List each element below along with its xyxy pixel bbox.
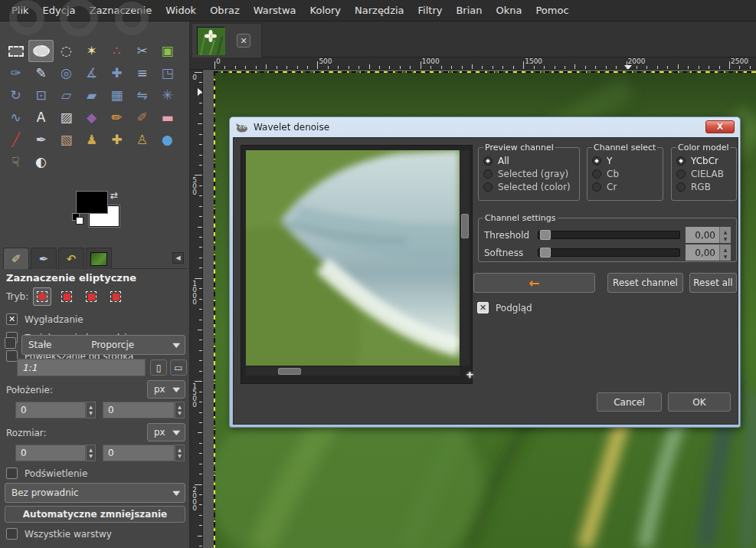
menu-warstwa[interactable]: Warstwa: [247, 0, 303, 21]
shear-tool[interactable]: ▱: [54, 84, 79, 107]
cage-transform-tool[interactable]: ✳: [155, 84, 180, 107]
mode-add-button[interactable]: [57, 287, 76, 306]
auto-shrink-button[interactable]: Automatyczne zmniejszanie: [5, 506, 185, 523]
preview-vertical-scrollbar[interactable]: [460, 150, 470, 366]
smudge-tool[interactable]: ☟: [3, 151, 28, 173]
cancel-button[interactable]: Cancel: [597, 392, 662, 412]
menu-okna[interactable]: Okna: [489, 0, 529, 21]
clone-tool[interactable]: ♟: [79, 129, 104, 151]
aspect-ratio-input[interactable]: 1:1: [17, 359, 146, 376]
blur-tool[interactable]: ●: [155, 129, 180, 151]
swap-colors-icon[interactable]: ⇄: [110, 190, 118, 201]
bucket-fill-tool[interactable]: ▨: [54, 107, 79, 129]
radio-option-y[interactable]: Y: [592, 154, 658, 167]
align-tool[interactable]: ≡: [129, 62, 155, 84]
threshold-spinner[interactable]: ▲▼: [719, 227, 731, 243]
move-tool[interactable]: ✚: [104, 62, 129, 84]
preview-image[interactable]: [246, 150, 460, 366]
radio-option-rgb[interactable]: RGB: [676, 180, 731, 193]
preview-checkbox[interactable]: ✕: [477, 302, 489, 313]
tab-undo-history[interactable]: ↶: [58, 248, 84, 269]
size-width-field[interactable]: 0: [15, 445, 86, 461]
mode-replace-button[interactable]: [33, 287, 51, 306]
menu-kolory[interactable]: Kolory: [303, 0, 348, 21]
free-select-tool[interactable]: ◌: [54, 40, 79, 62]
tab-device-status[interactable]: ✒: [31, 248, 57, 269]
mode-intersect-button[interactable]: [106, 287, 125, 306]
perspective-clone-tool[interactable]: ♙: [129, 129, 155, 151]
preview-horizontal-scroll-thumb[interactable]: [278, 368, 301, 375]
image-tab-close-icon[interactable]: ✕: [237, 34, 250, 48]
image-tab[interactable]: ✕: [191, 23, 262, 57]
checkbox-2[interactable]: [6, 350, 18, 362]
color-picker-tool[interactable]: ✎: [28, 62, 54, 84]
position-y-spinner[interactable]: ▲▼: [175, 402, 185, 418]
fixed-dropdown[interactable]: Stałe Proporcje ▼: [21, 335, 185, 355]
size-width-spinner[interactable]: ▲▼: [86, 445, 96, 461]
position-x-spinner[interactable]: ▲▼: [86, 402, 96, 418]
fuzzy-select-tool[interactable]: ✶: [79, 40, 104, 62]
size-height-field[interactable]: 0: [103, 445, 175, 461]
dock-collapse-button[interactable]: ◀: [172, 252, 184, 264]
position-y-field[interactable]: 0: [103, 402, 175, 418]
radio-option-selected-color-[interactable]: Selected (color): [483, 180, 574, 193]
measure-tool[interactable]: ∡: [79, 62, 104, 84]
scale-tool[interactable]: ⊡: [28, 84, 54, 107]
crop-tool[interactable]: ◳: [155, 62, 180, 84]
menu-brian[interactable]: Brian: [449, 0, 489, 21]
landscape-icon-button[interactable]: ▭: [170, 359, 187, 376]
tab-images[interactable]: [86, 248, 112, 269]
preview-horizontal-scrollbar[interactable]: [246, 367, 460, 376]
ok-button[interactable]: OK: [668, 392, 731, 412]
rotate-tool[interactable]: ↻: [3, 84, 28, 107]
threshold-value[interactable]: 0,00: [686, 227, 719, 243]
flip-tool[interactable]: ⇋: [129, 84, 155, 107]
dialog-close-button[interactable]: X: [705, 120, 735, 133]
gradient-tool[interactable]: ◆: [79, 107, 104, 129]
radio-option-all[interactable]: All: [483, 154, 574, 167]
horizontal-ruler[interactable]: 05001000150020002500: [190, 57, 756, 70]
reset-channel-button[interactable]: Reset channel: [607, 273, 683, 293]
select-by-color-tool[interactable]: ∴: [104, 40, 129, 62]
paths-tool[interactable]: ✑: [3, 62, 28, 84]
highlight-checkbox[interactable]: [6, 468, 18, 479]
ink-tool[interactable]: ✒: [28, 129, 54, 151]
3d-transform-tool[interactable]: ▦: [104, 84, 129, 107]
preview-navigation-icon[interactable]: +: [466, 369, 474, 380]
default-colors-icon[interactable]: [72, 213, 84, 225]
mypaint-brush-tool[interactable]: ▧: [54, 129, 79, 151]
size-height-spinner[interactable]: ▲▼: [175, 445, 185, 461]
mode-subtract-button[interactable]: [82, 287, 100, 306]
reset-all-button[interactable]: Reset all: [689, 273, 737, 293]
perspective-tool[interactable]: ▰: [79, 84, 104, 107]
softness-value[interactable]: 0,00: [686, 244, 719, 261]
radio-option-cb[interactable]: Cb: [592, 167, 658, 180]
threshold-slider[interactable]: [538, 231, 680, 239]
softness-spinner[interactable]: ▲▼: [719, 244, 731, 261]
vertical-ruler[interactable]: 0500100015002000: [190, 70, 203, 548]
zoom-tool[interactable]: ◎: [54, 62, 79, 84]
preview-vertical-scroll-thumb[interactable]: [461, 214, 469, 238]
menu-filtry[interactable]: Filtry: [411, 0, 450, 21]
menu-widok[interactable]: Widok: [159, 0, 203, 21]
position-unit-dropdown[interactable]: px▼: [147, 380, 185, 399]
eraser-tool[interactable]: ▬: [155, 107, 180, 129]
heal-tool[interactable]: ✚: [104, 129, 129, 151]
pencil-tool[interactable]: ✏: [104, 107, 129, 129]
rect-select-tool[interactable]: [3, 40, 28, 62]
paintbrush-tool[interactable]: ✐: [129, 107, 155, 129]
radio-option-cielab[interactable]: CIELAB: [676, 167, 731, 180]
menu-obraz[interactable]: Obraz: [203, 0, 247, 21]
softness-slider[interactable]: [538, 248, 680, 257]
foreground-color-swatch[interactable]: [77, 192, 107, 213]
dodge-burn-tool[interactable]: ◐: [28, 151, 54, 173]
radio-option-selected-gray-[interactable]: Selected (gray): [483, 167, 574, 180]
warp-tool[interactable]: ∿: [3, 107, 28, 129]
guides-dropdown[interactable]: Bez prowadnic▼: [5, 483, 185, 503]
sample-merged-checkbox[interactable]: [6, 528, 18, 540]
checkbox-0[interactable]: ✕: [6, 313, 18, 325]
ellipse-select-tool[interactable]: [28, 40, 54, 62]
menu-narzędzia[interactable]: Narzędzia: [348, 0, 411, 21]
position-x-field[interactable]: 0: [15, 402, 86, 418]
dialog-titlebar[interactable]: Wavelet denoise X: [230, 117, 740, 137]
